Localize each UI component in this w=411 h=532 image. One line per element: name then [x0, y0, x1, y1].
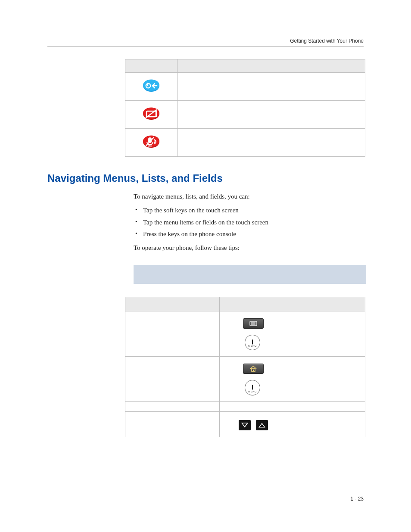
svg-point-1 — [143, 80, 159, 91]
menu-hardkey-icon: MENU — [245, 380, 260, 395]
table-row — [125, 402, 365, 412]
bullet-list: Tap the soft keys on the touch screen Ta… — [134, 206, 364, 239]
table-row — [125, 73, 365, 101]
table-header-row — [125, 59, 365, 73]
table-header-row — [125, 297, 365, 311]
header-rule — [47, 47, 364, 47]
section-heading: Navigating Menus, Lists, and Fields — [47, 172, 364, 184]
intro-paragraph: To navigate menus, lists, and fields, yo… — [134, 192, 364, 202]
page-number: 1 - 23 — [350, 496, 364, 502]
scroll-up-icon — [256, 420, 268, 430]
home-softkey-icon — [243, 364, 264, 374]
microphone-muted-icon — [143, 135, 160, 148]
scroll-down-icon — [239, 420, 251, 430]
list-item: Tap the menu items or fields on the touc… — [134, 218, 364, 227]
table-row — [125, 412, 365, 437]
login-status-icon — [143, 79, 160, 92]
navigation-tips-table: MENU — [125, 297, 365, 438]
list-item: Tap the soft keys on the touch screen — [134, 206, 364, 215]
info-banner — [134, 265, 366, 284]
document-page: Getting Started with Your Phone — [0, 0, 411, 532]
table-row: MENU — [125, 311, 365, 356]
table-row — [125, 129, 365, 157]
svg-rect-20 — [253, 370, 254, 371]
table-row — [125, 101, 365, 129]
running-header: Getting Started with Your Phone — [47, 38, 364, 44]
menu-softkey-icon — [243, 318, 264, 329]
menu-hardkey-icon: MENU — [245, 335, 260, 350]
do-not-disturb-icon — [143, 107, 160, 120]
status-icon-table — [125, 59, 365, 157]
tips-lead-paragraph: To operate your phone, follow these tips… — [134, 243, 364, 253]
body-text-block: To navigate menus, lists, and fields, yo… — [134, 192, 364, 253]
list-item: Press the keys on the phone console — [134, 230, 364, 239]
table-row: MENU — [125, 357, 365, 402]
